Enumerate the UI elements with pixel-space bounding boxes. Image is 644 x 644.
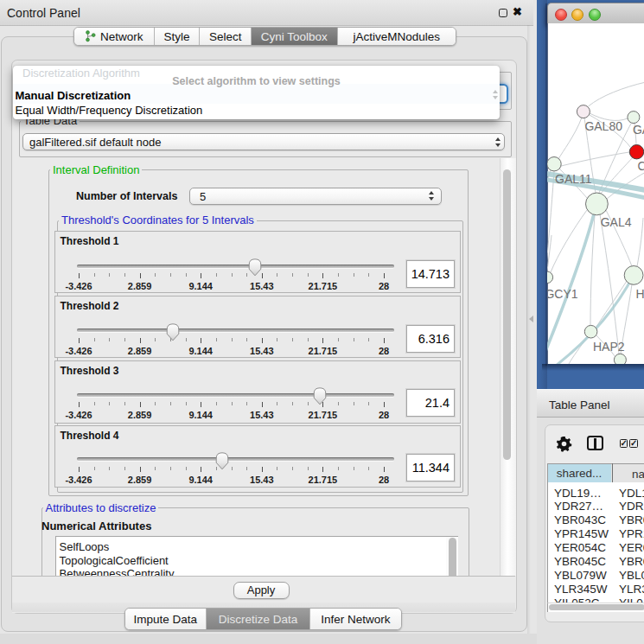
svg-text:HA: HA <box>636 287 644 301</box>
svg-text:GAL4: GAL4 <box>601 215 632 229</box>
svg-text:GAL11: GAL11 <box>555 172 592 186</box>
svg-text:CD: CD <box>638 159 644 173</box>
svg-text:GA: GA <box>633 123 644 137</box>
svg-text:GAL80: GAL80 <box>584 119 622 133</box>
svg-text:GCY1: GCY1 <box>547 287 578 301</box>
svg-text:HAP2: HAP2 <box>593 340 625 354</box>
